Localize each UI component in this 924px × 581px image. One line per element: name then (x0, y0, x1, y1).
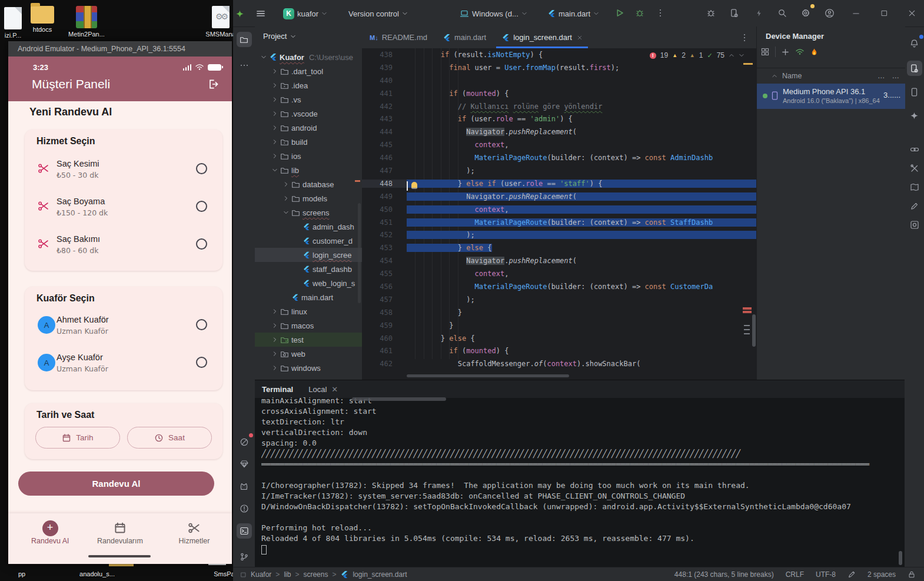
caret-position[interactable]: 448:1 (243 chars, 5 line breaks) (674, 570, 774, 579)
line-number[interactable]: 457 (362, 296, 407, 304)
chevron-right-icon[interactable] (272, 111, 278, 117)
chevron-right-icon[interactable] (283, 195, 289, 201)
service-item[interactable]: Saç Boyama₺150 - 120 dk (25, 197, 222, 220)
firebase-icon[interactable] (810, 48, 819, 57)
device-table-header[interactable]: Name … … (757, 68, 905, 84)
chevron-down-icon[interactable] (283, 210, 289, 215)
nav-item-scissors[interactable]: Hizmetler (162, 519, 227, 545)
line-number[interactable]: 456 (362, 283, 407, 291)
layout-inspector-icon[interactable] (907, 217, 922, 233)
chevron-right-icon[interactable] (272, 97, 278, 102)
tree-item-linux[interactable]: linux (255, 304, 362, 318)
lock-icon[interactable] (908, 570, 916, 579)
maximize-button[interactable] (876, 5, 892, 21)
barber-item[interactable]: AAyşe KuaförUzman Kuaför (25, 353, 222, 376)
logcat-icon[interactable] (237, 479, 252, 494)
tab-README.md[interactable]: M↓README.md (362, 26, 435, 48)
project-scrollbar[interactable] (358, 203, 361, 303)
line-number[interactable]: 460 (362, 334, 407, 343)
run-button[interactable] (612, 5, 627, 21)
device-manager-icon[interactable] (907, 61, 922, 76)
editor-hscrollbar[interactable] (407, 374, 569, 377)
tree-item-.vs[interactable]: .vs (255, 92, 362, 107)
minimize-button[interactable] (848, 5, 863, 21)
project-widget[interactable]: K kuafor (283, 6, 327, 21)
line-number[interactable]: 454 (362, 257, 407, 265)
tab-options-icon[interactable] (740, 26, 756, 48)
profiler-icon[interactable] (751, 5, 766, 21)
inlay-pen-icon[interactable] (847, 570, 856, 579)
line-number[interactable]: 439 (362, 64, 407, 72)
chevron-right-icon[interactable] (283, 181, 289, 187)
code-area[interactable]: !19 ▲2 ▲1 ✓75 438 if (result.isNotEmpty)… (362, 48, 756, 380)
tree-item-.dart_tool[interactable]: .dart_tool (255, 64, 362, 78)
add-device-icon[interactable] (781, 48, 790, 57)
terminal-icon[interactable] (237, 523, 252, 539)
barber-item[interactable]: AAhmet KuaförUzman Kuaför (25, 315, 222, 338)
line-number[interactable]: 447 (362, 167, 407, 175)
line-ending[interactable]: CRLF (786, 570, 804, 579)
tab-main.dart[interactable]: main.dart (435, 26, 494, 48)
tree-item-windows[interactable]: windows (255, 361, 362, 375)
version-control-icon[interactable] (237, 549, 252, 565)
line-number[interactable]: 448 (362, 180, 407, 188)
radio-button[interactable] (196, 238, 207, 250)
tree-item-macos[interactable]: macos (255, 318, 362, 333)
terminal-output[interactable]: mainAxisAlignment: startcrossAxisAlignme… (261, 396, 896, 567)
line-number[interactable]: 450 (362, 205, 407, 214)
more-tool-windows-icon[interactable] (237, 58, 252, 73)
close-icon[interactable] (577, 35, 583, 41)
chevron-right-icon[interactable] (272, 139, 278, 145)
tree-item-staff_dashb[interactable]: staff_dashb (255, 262, 362, 276)
settings-gear-icon[interactable] (798, 5, 813, 21)
tree-item-database[interactable]: database (255, 177, 362, 191)
line-number[interactable]: 444 (362, 128, 407, 136)
nav-item-plus[interactable]: +Randevu Al (18, 519, 82, 545)
terminal-tab-close-icon[interactable]: ✕ (331, 385, 338, 394)
tab-login_screen.dart[interactable]: login_screen.dart (494, 26, 590, 48)
line-number[interactable]: 438 (362, 51, 407, 59)
encoding[interactable]: UTF-8 (816, 570, 836, 579)
radio-button[interactable] (196, 201, 207, 212)
device-selector[interactable]: Windows (d... (460, 6, 527, 21)
debug-button[interactable] (632, 5, 647, 21)
app-insights-icon[interactable] (907, 180, 922, 195)
logout-icon[interactable] (207, 78, 219, 90)
chevron-right-icon[interactable] (272, 323, 278, 328)
service-item[interactable]: Saç Kesimi₺50 - 30 dk (25, 159, 222, 182)
chevron-down-icon[interactable] (261, 54, 267, 60)
chevron-right-icon[interactable] (272, 153, 278, 159)
chevron-right-icon[interactable] (272, 365, 278, 371)
book-appointment-button[interactable]: Randevu Al (18, 472, 214, 496)
chevron-right-icon[interactable] (272, 351, 278, 357)
tree-item-.idea[interactable]: .idea (255, 78, 362, 92)
tree-item-customer_d[interactable]: customer_d (255, 234, 362, 248)
line-number[interactable]: 461 (362, 347, 407, 355)
tree-item-android[interactable]: android (255, 121, 362, 135)
line-number[interactable]: 451 (362, 218, 407, 227)
tree-item-build[interactable]: build (255, 135, 362, 149)
chevron-right-icon[interactable] (272, 82, 278, 88)
project-panel-header[interactable]: Project (255, 26, 362, 46)
line-number[interactable]: 440 (362, 77, 407, 85)
line-number[interactable]: 452 (362, 231, 407, 239)
line-number[interactable]: 445 (362, 141, 407, 149)
pair-wifi-icon[interactable] (795, 47, 805, 57)
chevron-right-icon[interactable] (272, 125, 278, 131)
deep-links-icon[interactable] (907, 142, 922, 157)
line-number[interactable]: 442 (362, 102, 407, 111)
project-folder-icon[interactable] (237, 32, 252, 47)
more-actions-icon[interactable] (653, 5, 668, 21)
search-everywhere-icon[interactable] (775, 5, 790, 21)
run-config-selector[interactable]: main.dart (547, 6, 599, 21)
tree-item-.vscode[interactable]: .vscode (255, 107, 362, 121)
breadcrumb-item[interactable]: login_screen.dart (353, 570, 407, 579)
date-button[interactable]: Tarih (35, 427, 120, 449)
tree-item-screens[interactable]: screens (255, 205, 362, 220)
tree-item-login_scree[interactable]: login_scree (255, 248, 362, 262)
terminal-tab-local[interactable]: Local ✕ (308, 385, 338, 394)
device-mirror-icon[interactable] (726, 5, 742, 21)
line-number[interactable]: 441 (362, 89, 407, 98)
tree-item-models[interactable]: models (255, 191, 362, 205)
dart-analysis-icon[interactable] (237, 434, 252, 450)
